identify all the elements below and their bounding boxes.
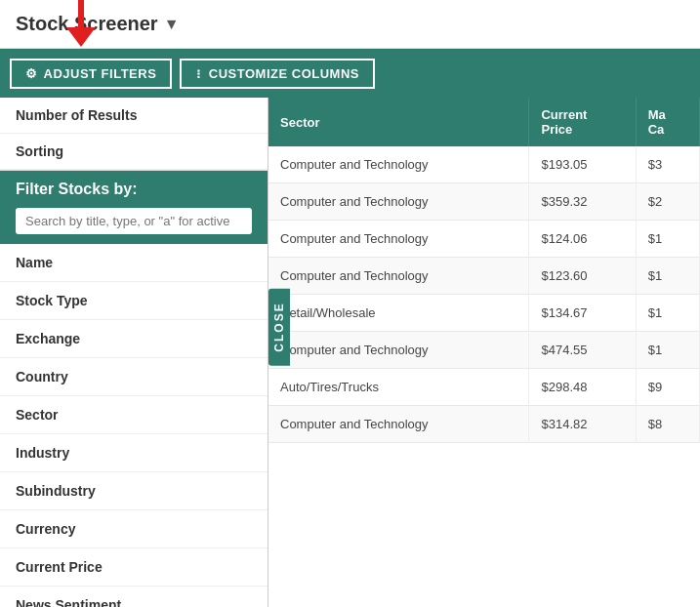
filter-item-currency[interactable]: Currency (0, 510, 268, 548)
filter-item-stock-type[interactable]: Stock Type (0, 282, 268, 320)
filter-list: Name Stock Type Exchange Country Sector … (0, 244, 268, 607)
main-layout: Number of Results Sorting Filter Stocks … (0, 98, 700, 607)
cell-sector: Auto/Tires/Trucks (268, 369, 529, 406)
cell-mc: $1 (636, 258, 699, 295)
table-row[interactable]: Computer and Technology $193.05 $3 (268, 146, 700, 183)
adjust-filters-icon: ⚙ (25, 66, 38, 81)
toolbar: ⚙ ADJUST FILTERS ⫶ CUSTOMIZE COLUMNS (0, 49, 700, 98)
table-row[interactable]: Computer and Technology $123.60 $1 (268, 258, 700, 295)
cell-sector: Computer and Technology (268, 221, 529, 258)
header: Stock Screener ▼ (0, 0, 700, 49)
cell-price: $123.60 (529, 258, 636, 295)
cell-mc: $8 (636, 406, 699, 443)
filter-stocks-header: Filter Stocks by: (0, 171, 268, 208)
cell-mc: $1 (636, 332, 699, 369)
cell-sector: Computer and Technology (268, 332, 529, 369)
adjust-filters-label: ADJUST FILTERS (44, 66, 157, 81)
cell-price: $359.32 (529, 183, 636, 221)
table-row[interactable]: Retail/Wholesale $134.67 $1 (268, 295, 700, 332)
cell-price: $193.05 (529, 146, 636, 183)
filter-item-industry[interactable]: Industry (0, 434, 268, 472)
cell-mc: $1 (636, 295, 699, 332)
table-row[interactable]: Computer and Technology $474.55 $1 (268, 332, 700, 369)
app-title: Stock Screener ▼ (16, 13, 179, 35)
cell-sector: Computer and Technology (268, 258, 529, 295)
filter-panel: Number of Results Sorting Filter Stocks … (0, 98, 268, 607)
cell-sector: Computer and Technology (268, 406, 529, 443)
table-body: Computer and Technology $193.05 $3 Compu… (268, 146, 700, 443)
number-of-results-option[interactable]: Number of Results (0, 98, 268, 134)
cell-sector: Computer and Technology (268, 146, 529, 183)
cell-sector: Retail/Wholesale (268, 295, 529, 332)
customize-columns-button[interactable]: ⫶ CUSTOMIZE COLUMNS (180, 59, 375, 89)
sorting-option[interactable]: Sorting (0, 134, 268, 170)
col-market-cap: MaCa (636, 98, 699, 146)
close-panel-tab[interactable]: CLOSE (268, 288, 290, 365)
cell-price: $314.82 (529, 406, 636, 443)
cell-price: $474.55 (529, 332, 636, 369)
filter-options: Number of Results Sorting (0, 98, 268, 171)
table-header: Sector CurrentPrice MaCa (268, 98, 700, 146)
cell-sector: Computer and Technology (268, 183, 529, 221)
filter-item-country[interactable]: Country (0, 358, 268, 396)
filter-item-sector[interactable]: Sector (0, 396, 268, 434)
col-sector: Sector (268, 98, 529, 146)
col-current-price: CurrentPrice (529, 98, 636, 146)
filter-item-name[interactable]: Name (0, 244, 268, 282)
cell-price: $298.48 (529, 369, 636, 406)
filter-search-input[interactable] (16, 208, 252, 234)
table-row[interactable]: Computer and Technology $314.82 $8 (268, 406, 700, 443)
cell-price: $134.67 (529, 295, 636, 332)
cell-mc: $2 (636, 183, 699, 221)
adjust-filters-button[interactable]: ⚙ ADJUST FILTERS (10, 59, 172, 89)
filter-item-current-price[interactable]: Current Price (0, 548, 268, 587)
customize-columns-icon: ⫶ (195, 66, 203, 81)
cell-mc: $1 (636, 221, 699, 258)
customize-columns-label: CUSTOMIZE COLUMNS (209, 66, 359, 81)
filter-search-wrapper (0, 208, 268, 244)
cell-mc: $3 (636, 146, 699, 183)
filter-item-subindustry[interactable]: Subindustry (0, 472, 268, 510)
title-dropdown-icon[interactable]: ▼ (164, 16, 180, 33)
cell-price: $124.06 (529, 221, 636, 258)
table-row[interactable]: Computer and Technology $359.32 $2 (268, 183, 700, 221)
filter-item-exchange[interactable]: Exchange (0, 320, 268, 358)
table-row[interactable]: Auto/Tires/Trucks $298.48 $9 (268, 369, 700, 406)
title-text: Stock Screener (16, 13, 158, 35)
filter-item-news-sentiment[interactable]: News Sentiment (0, 587, 268, 607)
data-table-area: Sector CurrentPrice MaCa Computer and Te… (268, 98, 700, 607)
cell-mc: $9 (636, 369, 699, 406)
stocks-table: Sector CurrentPrice MaCa Computer and Te… (268, 98, 700, 443)
table-row[interactable]: Computer and Technology $124.06 $1 (268, 221, 700, 258)
